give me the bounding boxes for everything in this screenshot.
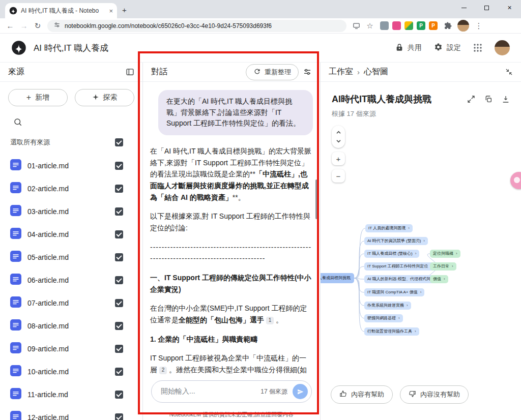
mindmap-branch-node[interactable]: 硬體與網路基礎› — [364, 314, 403, 322]
extension-icon[interactable] — [380, 21, 389, 30]
expand-node-icon[interactable]: › — [408, 226, 410, 230]
copy-icon[interactable] — [484, 95, 493, 103]
source-row[interactable]: 04-article.md — [0, 223, 142, 246]
source-checkbox[interactable] — [115, 391, 123, 399]
account-avatar[interactable] — [495, 40, 510, 55]
source-row[interactable]: 11-article.md — [0, 383, 142, 406]
settings-button[interactable]: 設定 — [434, 43, 461, 53]
mindmap-sub-node[interactable]: 價值› — [430, 275, 448, 283]
new-tab-button[interactable]: + — [122, 6, 127, 14]
expand-node-icon[interactable]: › — [456, 252, 457, 256]
extensions-puzzle-icon[interactable] — [442, 20, 454, 32]
mindmap-branch-node[interactable]: 作業系統與維運實務› — [364, 302, 411, 310]
reload-icon[interactable]: ↻ — [32, 20, 44, 32]
mindmap-branch-node[interactable]: AI 時代下的資訊競爭 (雙面刃)› — [364, 237, 428, 245]
source-checkbox[interactable] — [115, 207, 123, 216]
chat-scrollbar[interactable] — [315, 179, 317, 219]
source-checkbox[interactable] — [115, 276, 123, 284]
source-checkbox[interactable] — [115, 322, 123, 330]
send-button[interactable] — [293, 384, 308, 399]
zoom-in-button[interactable]: + — [332, 152, 345, 165]
extensions-row: P P — [380, 21, 438, 30]
address-bar[interactable]: notebooklm.google.com/notebook/c65026c0-… — [47, 20, 346, 32]
node-label: IT 職涯與 CompTIA A+ 價值 — [367, 290, 418, 294]
not-helpful-button[interactable]: 內容沒有幫助 — [400, 385, 469, 404]
source-row[interactable]: 07-article.md — [0, 291, 142, 314]
source-row[interactable]: 12-article.md — [0, 406, 142, 420]
open-fullscreen-icon[interactable] — [467, 95, 475, 103]
notebook-title[interactable]: AI 時代,IT 職人養成 — [34, 42, 108, 54]
mindmap-sub-node[interactable]: 工作日常› — [430, 262, 456, 271]
expand-node-icon[interactable]: › — [444, 277, 445, 281]
zoom-out-button[interactable]: − — [332, 169, 345, 183]
browser-menu-icon[interactable]: ⋮ — [473, 20, 485, 32]
source-row[interactable]: 09-article.md — [0, 337, 142, 360]
text-segment: 1. 企業的「中流砥柱」與職責範疇 — [150, 335, 258, 343]
pan-stepper[interactable] — [332, 126, 345, 148]
bookmark-star-icon[interactable]: ☆ — [364, 20, 376, 32]
discover-sources-button[interactable]: 探索 — [75, 89, 134, 106]
source-checkbox[interactable] — [115, 413, 123, 420]
extension-icon[interactable] — [404, 21, 413, 30]
mindmap-branch-node[interactable]: IT Support 工程師工作特性與定位› — [364, 262, 435, 271]
chat-input[interactable]: 開始輸入... 17 個來源 — [151, 380, 312, 403]
not-helpful-label: 內容沒有幫助 — [420, 390, 460, 399]
back-icon[interactable]: ← — [4, 20, 16, 32]
forward-icon[interactable]: → — [18, 20, 30, 32]
tab-close-icon[interactable]: × — [109, 7, 113, 15]
extension-icon[interactable]: P — [417, 21, 425, 30]
refresh-chat-button[interactable]: 重新整理 — [246, 64, 299, 80]
helpful-button[interactable]: 內容有幫助 — [331, 385, 393, 404]
source-row[interactable]: 05-article.md — [0, 246, 142, 268]
source-checkbox[interactable] — [115, 368, 123, 376]
source-checkbox[interactable] — [115, 185, 123, 193]
header-actions: 共用 設定 — [395, 40, 510, 55]
select-all-checkbox[interactable] — [115, 138, 123, 146]
expand-node-icon[interactable]: › — [407, 304, 408, 308]
download-icon[interactable] — [502, 95, 510, 103]
source-row[interactable]: 08-article.md — [0, 314, 142, 337]
source-row[interactable]: 03-article.md — [0, 200, 142, 223]
browser-profile-avatar[interactable] — [457, 20, 469, 32]
source-checkbox[interactable] — [115, 345, 123, 353]
site-settings-icon[interactable] — [53, 21, 61, 31]
source-row[interactable]: 02-article.md — [0, 177, 142, 200]
mindmap-branch-node[interactable]: IT 職人養成目標 (雙核心)› — [364, 250, 419, 258]
window-close-button[interactable]: × — [498, 0, 521, 15]
chat-messages[interactable]: 在更大的「AI 時代,IT 職人養成目標與挑戰」背景脈絡下,討論這些來源對「IT… — [143, 82, 320, 377]
extension-icon[interactable]: P — [429, 21, 438, 30]
extension-icon[interactable] — [392, 21, 401, 30]
window-maximize-button[interactable] — [475, 0, 498, 15]
search-icon[interactable] — [13, 119, 22, 128]
google-apps-icon[interactable] — [473, 43, 482, 52]
expand-node-icon[interactable]: › — [452, 264, 453, 268]
browser-tab[interactable]: AI 時代,IT 職人養成 - Notebo × — [5, 3, 117, 18]
expand-node-icon[interactable]: › — [415, 329, 416, 334]
mindmap-branch-node[interactable]: IT 職涯與 CompTIA A+ 價值› — [364, 288, 424, 296]
source-row[interactable]: 06-article.md — [0, 268, 142, 291]
collapse-sources-panel-icon[interactable] — [126, 68, 134, 76]
source-checkbox[interactable] — [115, 299, 123, 307]
chat-input-row: 開始輸入... 17 個來源 — [143, 377, 320, 405]
source-row[interactable]: 01-article.md — [0, 154, 142, 177]
source-row[interactable]: 10-article.md — [0, 360, 142, 383]
window-minimize-button[interactable] — [452, 0, 475, 15]
mindmap-branch-node[interactable]: 行動裝置管理與協作工具› — [364, 327, 419, 336]
mindmap-root-node[interactable]: 人養成目標與挑戰 — [321, 273, 354, 283]
mindmap-branch-node[interactable]: IT 人員的處境與困境› — [365, 224, 413, 232]
mindmap-sub-node[interactable]: 定位與職稱› — [430, 250, 460, 258]
expand-node-icon[interactable]: › — [398, 316, 400, 320]
source-checkbox[interactable] — [115, 230, 123, 238]
expand-node-icon[interactable]: › — [415, 252, 417, 256]
source-checkbox[interactable] — [115, 162, 123, 170]
expand-node-icon[interactable]: › — [420, 290, 422, 294]
send-to-devices-icon[interactable] — [350, 20, 362, 32]
expand-node-icon[interactable]: › — [423, 239, 425, 243]
source-checkbox[interactable] — [115, 253, 123, 261]
citation-chip[interactable]: 1 — [266, 317, 274, 324]
add-source-button[interactable]: + 新增 — [8, 89, 68, 106]
markdown-file-icon — [10, 342, 21, 355]
chat-settings-icon[interactable] — [303, 68, 312, 77]
share-button[interactable]: 共用 — [395, 43, 422, 53]
citation-chip[interactable]: 2 — [159, 367, 167, 374]
